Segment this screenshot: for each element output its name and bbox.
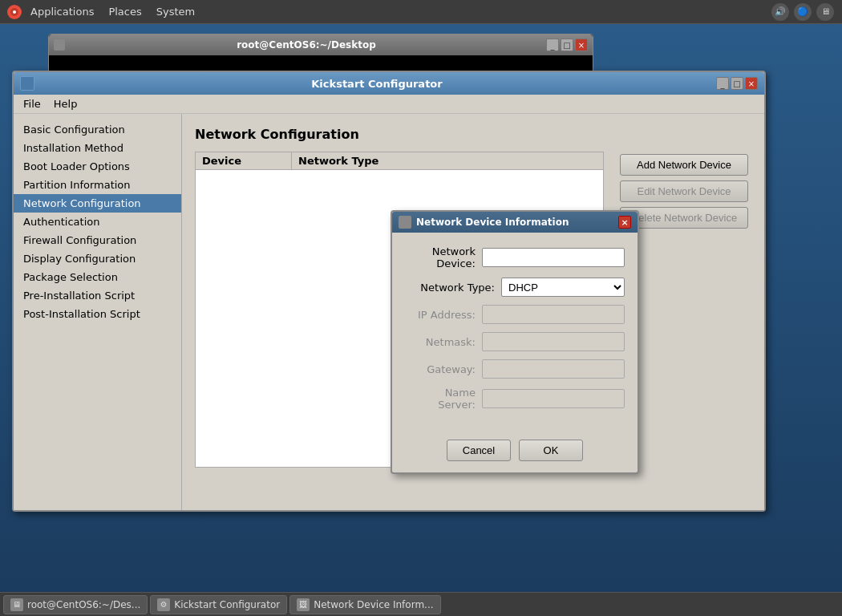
network-type-label: Network Type: — [405, 282, 501, 294]
taskbar-top: Applications Places System 🔊 🔵 🖥 — [0, 0, 842, 24]
terminal-taskbar-icon: 🖥 — [10, 598, 23, 611]
kickstart-close-btn[interactable]: × — [745, 77, 758, 90]
kickstart-window: Kickstart Configurator _ □ × File Help B… — [12, 71, 766, 512]
sidebar-item-partition[interactable]: Partition Information — [14, 176, 181, 194]
gateway-label: Gateway: — [405, 363, 482, 375]
name-server-row: Name Server: — [405, 387, 625, 411]
network-device-dialog: Network Device Information × Network Dev… — [391, 210, 639, 474]
taskbar-bottom: 🖥 root@CentOS6:~/Des... ⚙ Kickstart Conf… — [0, 592, 842, 616]
taskbar-top-right: 🔊 🔵 🖥 — [771, 3, 842, 21]
svg-point-2 — [13, 10, 16, 14]
terminal-taskbar-label: root@CentOS6:~/Des... — [27, 599, 140, 610]
display-icon[interactable]: 🖥 — [816, 3, 834, 21]
sidebar-item-package[interactable]: Package Selection — [14, 268, 181, 286]
system-menu[interactable]: System — [150, 4, 201, 19]
network-type-row: Network Type: DHCP Static — [405, 278, 625, 297]
gnome-icon — [6, 4, 22, 20]
desktop: Applications Places System 🔊 🔵 🖥 root@Ce… — [0, 0, 842, 616]
name-server-label: Name Server: — [405, 387, 482, 411]
terminal-titlebar: root@CentOS6:~/Desktop _ □ × — [49, 34, 593, 55]
name-server-input[interactable] — [482, 389, 625, 408]
ok-button[interactable]: OK — [519, 440, 583, 461]
kickstart-minimize-btn[interactable]: _ — [716, 77, 729, 90]
netmask-row: Netmask: — [405, 332, 625, 351]
network-device-label: Network Device: — [405, 245, 482, 270]
sidebar-item-post-install[interactable]: Post-Installation Script — [14, 305, 181, 323]
sidebar-item-firewall[interactable]: Firewall Configuration — [14, 231, 181, 249]
terminal-icon — [54, 39, 65, 51]
taskbar-kickstart[interactable]: ⚙ Kickstart Configurator — [150, 595, 287, 614]
dialog-taskbar-icon: 🖼 — [297, 598, 310, 611]
kickstart-menubar: File Help — [14, 95, 764, 114]
network-device-row: Network Device: — [405, 245, 625, 270]
terminal-close-btn[interactable]: × — [575, 38, 588, 51]
places-menu[interactable]: Places — [102, 4, 148, 19]
taskbar-top-left: Applications Places System — [0, 4, 208, 20]
sidebar-item-basic[interactable]: Basic Configuration — [14, 120, 181, 139]
kickstart-taskbar-label: Kickstart Configurator — [174, 599, 280, 610]
ip-address-label: IP Address: — [405, 309, 482, 321]
dialog-titlebar: Network Device Information × — [392, 212, 638, 233]
netmask-input[interactable] — [482, 332, 625, 351]
taskbar-terminal[interactable]: 🖥 root@CentOS6:~/Des... — [3, 595, 148, 614]
dialog-buttons: Cancel OK — [392, 432, 638, 472]
kickstart-titlebar: Kickstart Configurator _ □ × — [14, 72, 764, 95]
applications-menu[interactable]: Applications — [24, 4, 100, 19]
sidebar-item-boot-loader[interactable]: Boot Loader Options — [14, 157, 181, 176]
terminal-window: root@CentOS6:~/Desktop _ □ × — [48, 34, 593, 74]
help-menu[interactable]: Help — [47, 96, 84, 111]
sidebar: Basic Configuration Installation Method … — [14, 114, 182, 510]
cancel-button[interactable]: Cancel — [447, 440, 511, 461]
bluetooth-icon[interactable]: 🔵 — [794, 3, 812, 21]
dialog-taskbar-label: Network Device Inform... — [314, 599, 433, 610]
sidebar-item-display[interactable]: Display Configuration — [14, 249, 181, 268]
volume-icon[interactable]: 🔊 — [771, 3, 789, 21]
main-content: Network Configuration Device Network Typ… — [182, 114, 764, 510]
sidebar-item-pre-install[interactable]: Pre-Installation Script — [14, 286, 181, 305]
sidebar-item-installation-method[interactable]: Installation Method — [14, 139, 181, 157]
netmask-label: Netmask: — [405, 336, 482, 348]
ip-address-input[interactable] — [482, 305, 625, 324]
kickstart-body: Basic Configuration Installation Method … — [14, 114, 764, 510]
dialog-title: Network Device Information — [416, 217, 618, 228]
kickstart-title: Kickstart Configurator — [39, 78, 714, 90]
kickstart-maximize-btn[interactable]: □ — [731, 77, 743, 90]
network-type-select[interactable]: DHCP Static — [501, 278, 625, 297]
terminal-maximize-btn[interactable]: □ — [561, 38, 573, 51]
ip-address-row: IP Address: — [405, 305, 625, 324]
dialog-icon — [399, 216, 411, 229]
file-menu[interactable]: File — [17, 96, 47, 111]
terminal-title: root@CentOS6:~/Desktop — [68, 39, 544, 51]
dialog-close-button[interactable]: × — [618, 216, 631, 229]
sidebar-item-network[interactable]: Network Configuration — [14, 194, 181, 213]
dialog-overlay: Network Device Information × Network Dev… — [182, 114, 764, 510]
sidebar-item-authentication[interactable]: Authentication — [14, 213, 181, 231]
dialog-body: Network Device: Network Type: DHCP Stati… — [392, 233, 638, 432]
taskbar-network-dialog[interactable]: 🖼 Network Device Inform... — [289, 595, 440, 614]
gateway-row: Gateway: — [405, 359, 625, 379]
network-device-input[interactable] — [482, 248, 625, 267]
kickstart-app-icon — [20, 76, 34, 91]
gateway-input[interactable] — [482, 359, 625, 379]
kickstart-taskbar-icon: ⚙ — [157, 598, 170, 611]
terminal-minimize-btn[interactable]: _ — [546, 38, 559, 51]
